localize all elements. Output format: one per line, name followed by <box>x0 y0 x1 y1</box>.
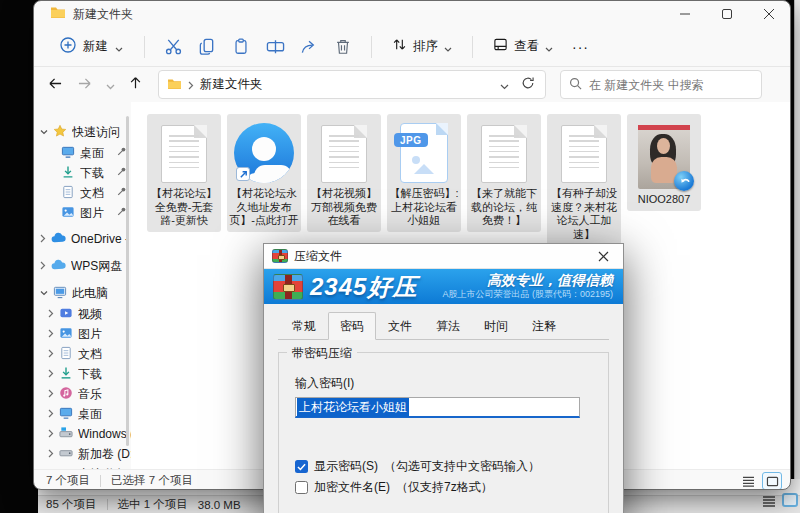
file-item[interactable]: 【来了就能下载的论坛，纯免费！】 <box>467 114 541 232</box>
chevron-right-icon[interactable] <box>48 447 54 461</box>
dialog-title-bar[interactable]: 压缩文件 <box>264 244 623 269</box>
sidebar-item-documents-pc[interactable]: 文档 <box>34 344 131 364</box>
tab-files[interactable]: 文件 <box>376 314 424 340</box>
minimize-button[interactable] <box>664 1 706 27</box>
computer-icon <box>53 285 67 302</box>
compress-dialog: 压缩文件 2345好压 高效专业，值得信赖 A股上市公司荣誉出品 (股票代码：0… <box>263 243 624 513</box>
address-dropdown-chevron-icon[interactable] <box>500 76 509 94</box>
background-item-count: 85 个项目 <box>46 497 97 512</box>
cut-button[interactable] <box>156 31 190 63</box>
list-view-icon[interactable] <box>762 493 776 511</box>
details-view-toggle[interactable] <box>738 472 758 490</box>
sort-button-label: 排序 <box>413 38 438 55</box>
sidebar-item-pictures[interactable]: 图片 <box>34 203 131 223</box>
breadcrumb[interactable]: 新建文件夹 <box>200 76 263 93</box>
sidebar-item-desktop[interactable]: 桌面 <box>34 143 131 163</box>
show-password-label: 显示密码(S) <box>314 458 378 475</box>
paste-button[interactable] <box>224 31 258 63</box>
thumbnail-view-icon[interactable] <box>782 493 798 511</box>
sidebar-item-documents[interactable]: 文档 <box>34 183 131 203</box>
sidebar-item-downloads-pc[interactable]: 下载 <box>34 364 131 384</box>
sidebar-item-desktop-pc[interactable]: 桌面 <box>34 404 131 424</box>
encrypt-names-row[interactable]: 加密文件名(E) （仅支持7z格式） <box>295 479 592 496</box>
haozip-app-icon <box>272 249 288 263</box>
close-button[interactable] <box>748 1 790 27</box>
chevron-right-icon[interactable] <box>40 232 46 246</box>
chevron-right-icon[interactable] <box>48 307 54 321</box>
video-thumbnail <box>638 125 690 189</box>
rename-button[interactable] <box>258 31 292 63</box>
show-password-checkbox[interactable] <box>295 460 308 473</box>
up-button[interactable] <box>129 76 142 94</box>
sidebar-item-pictures-pc[interactable]: 图片 <box>34 324 131 344</box>
sidebar-item-new-volume-d[interactable]: 新加卷 (D:) <box>34 444 131 464</box>
view-button[interactable]: 查看 <box>484 31 562 62</box>
search-box[interactable] <box>560 70 762 99</box>
sidebar-scrollbar[interactable] <box>126 116 129 446</box>
sidebar-item-this-pc[interactable]: 此电脑 <box>34 282 131 304</box>
refresh-icon[interactable] <box>521 76 535 94</box>
share-button[interactable] <box>292 31 326 63</box>
text-file-icon <box>561 125 607 183</box>
back-button[interactable] <box>48 76 63 94</box>
encrypt-names-hint: （仅支持7z格式） <box>396 479 493 496</box>
new-button[interactable]: 新建 <box>50 31 133 63</box>
brand-slogan: 高效专业，值得信赖 <box>442 273 613 288</box>
chevron-right-icon[interactable] <box>48 387 54 401</box>
tab-comment[interactable]: 注释 <box>520 314 568 340</box>
file-item[interactable]: 【有种子却没速度？来村花论坛人工加速】 <box>547 114 621 245</box>
tab-general[interactable]: 常规 <box>280 314 328 340</box>
dialog-close-button[interactable] <box>589 245 617 267</box>
maximize-button[interactable] <box>706 1 748 27</box>
file-item[interactable]: 【村花视频】万部视频免费在线看 <box>307 114 381 232</box>
tab-time[interactable]: 时间 <box>472 314 520 340</box>
thumbnail-view-toggle[interactable] <box>762 472 782 490</box>
brand-logo-text: 2345好压 <box>310 271 417 303</box>
delete-button[interactable] <box>326 31 360 63</box>
music-icon <box>59 386 73 403</box>
sidebar-item-windows-c[interactable]: Windows (C:) <box>34 424 131 444</box>
dialog-tabs: 常规 密码 文件 算法 时间 注释 <box>278 311 609 340</box>
show-password-row[interactable]: 显示密码(S) （勾选可支持中文密码输入） <box>295 458 592 475</box>
forward-button[interactable] <box>77 76 92 94</box>
item-count: 7 个项目 <box>46 473 90 488</box>
cloud-icon <box>51 259 66 273</box>
password-label: 输入密码(I) <box>295 375 592 392</box>
sidebar-item-wps-cloud[interactable]: WPS网盘 <box>34 255 131 277</box>
sidebar-item-videos[interactable]: 视频 <box>34 304 131 324</box>
more-options-button[interactable]: ··· <box>562 39 599 55</box>
recent-locations-chevron-icon[interactable] <box>106 76 115 94</box>
file-item[interactable]: NIOO2807 <box>627 114 701 211</box>
chevron-right-icon[interactable] <box>48 407 54 421</box>
file-item[interactable]: JPG 【解压密码】: 上村花论坛看小姐姐 <box>387 114 461 232</box>
chevron-right-icon[interactable] <box>48 347 54 361</box>
chevron-down-icon <box>115 38 123 56</box>
chevron-right-icon[interactable] <box>48 327 54 341</box>
chevron-right-icon[interactable] <box>40 259 46 273</box>
password-input[interactable]: 上村花论坛看小姐姐 <box>295 397 580 418</box>
sidebar-item-onedrive[interactable]: OneDrive - Perso <box>34 228 131 250</box>
jpg-file-icon: JPG <box>400 123 448 183</box>
address-bar[interactable]: 新建文件夹 <box>158 70 546 99</box>
sidebar-item-quick-access[interactable]: 快速访问 <box>34 121 131 143</box>
sidebar-item-music[interactable]: 音乐 <box>34 384 131 404</box>
divider <box>100 475 101 487</box>
chevron-down-icon[interactable] <box>40 286 48 300</box>
selected-count: 已选择 7 个项目 <box>111 473 193 488</box>
sort-button[interactable]: 排序 <box>383 31 461 62</box>
tab-password[interactable]: 密码 <box>328 312 376 340</box>
chevron-right-icon[interactable] <box>48 367 54 381</box>
file-item[interactable]: 【村花论坛永久地址发布页】-点此打开 <box>227 114 301 232</box>
sidebar-item-downloads[interactable]: 下载 <box>34 163 131 183</box>
copy-button[interactable] <box>190 31 224 63</box>
file-item[interactable]: 【村花论坛】全免费-无套路-更新快 <box>147 114 221 232</box>
groupbox-label: 带密码压缩 <box>287 345 357 362</box>
encrypt-names-checkbox[interactable] <box>295 481 308 494</box>
toolbar-divider <box>472 36 473 58</box>
chevron-right-icon[interactable] <box>48 427 54 441</box>
chevron-down-icon[interactable] <box>40 125 48 139</box>
title-bar[interactable]: 新建文件夹 <box>34 1 790 27</box>
toolbar: 新建 <box>34 27 790 67</box>
search-input[interactable] <box>589 78 753 92</box>
tab-algorithm[interactable]: 算法 <box>424 314 472 340</box>
